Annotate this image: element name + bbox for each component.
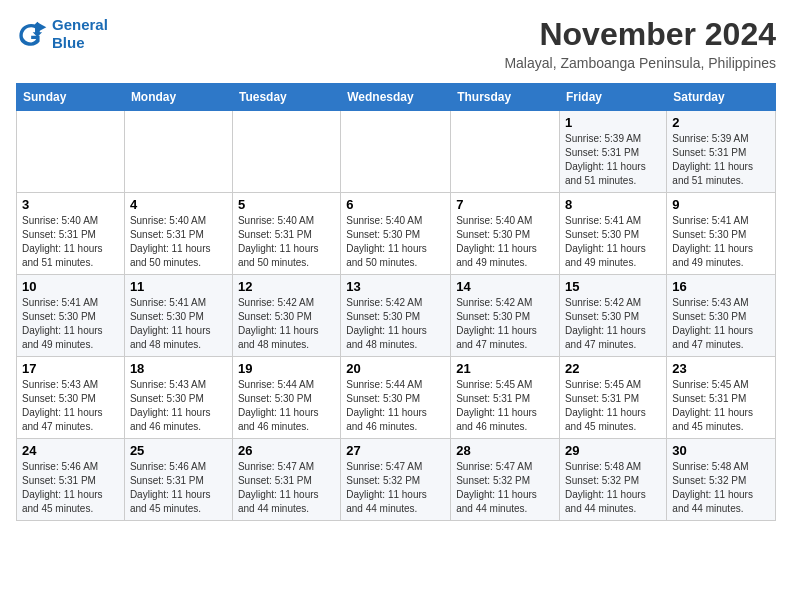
day-number: 29 <box>565 443 661 458</box>
day-number: 27 <box>346 443 445 458</box>
day-info: Sunrise: 5:40 AM Sunset: 5:31 PM Dayligh… <box>130 214 227 270</box>
day-info: Sunrise: 5:47 AM Sunset: 5:32 PM Dayligh… <box>346 460 445 516</box>
day-number: 23 <box>672 361 770 376</box>
day-number: 14 <box>456 279 554 294</box>
header-cell-friday: Friday <box>560 84 667 111</box>
header-cell-wednesday: Wednesday <box>341 84 451 111</box>
day-number: 30 <box>672 443 770 458</box>
day-number: 3 <box>22 197 119 212</box>
day-number: 15 <box>565 279 661 294</box>
header-cell-thursday: Thursday <box>451 84 560 111</box>
day-info: Sunrise: 5:44 AM Sunset: 5:30 PM Dayligh… <box>346 378 445 434</box>
day-number: 13 <box>346 279 445 294</box>
calendar-cell <box>341 111 451 193</box>
calendar-cell: 8Sunrise: 5:41 AM Sunset: 5:30 PM Daylig… <box>560 193 667 275</box>
day-number: 24 <box>22 443 119 458</box>
calendar-week-row: 1Sunrise: 5:39 AM Sunset: 5:31 PM Daylig… <box>17 111 776 193</box>
day-info: Sunrise: 5:42 AM Sunset: 5:30 PM Dayligh… <box>565 296 661 352</box>
calendar-cell: 6Sunrise: 5:40 AM Sunset: 5:30 PM Daylig… <box>341 193 451 275</box>
day-info: Sunrise: 5:42 AM Sunset: 5:30 PM Dayligh… <box>346 296 445 352</box>
calendar-cell: 26Sunrise: 5:47 AM Sunset: 5:31 PM Dayli… <box>232 439 340 521</box>
day-info: Sunrise: 5:40 AM Sunset: 5:30 PM Dayligh… <box>456 214 554 270</box>
day-info: Sunrise: 5:41 AM Sunset: 5:30 PM Dayligh… <box>22 296 119 352</box>
calendar-body: 1Sunrise: 5:39 AM Sunset: 5:31 PM Daylig… <box>17 111 776 521</box>
calendar-cell: 3Sunrise: 5:40 AM Sunset: 5:31 PM Daylig… <box>17 193 125 275</box>
day-info: Sunrise: 5:42 AM Sunset: 5:30 PM Dayligh… <box>456 296 554 352</box>
calendar-week-row: 24Sunrise: 5:46 AM Sunset: 5:31 PM Dayli… <box>17 439 776 521</box>
day-info: Sunrise: 5:46 AM Sunset: 5:31 PM Dayligh… <box>130 460 227 516</box>
calendar-week-row: 17Sunrise: 5:43 AM Sunset: 5:30 PM Dayli… <box>17 357 776 439</box>
day-info: Sunrise: 5:48 AM Sunset: 5:32 PM Dayligh… <box>672 460 770 516</box>
day-number: 17 <box>22 361 119 376</box>
logo: General Blue <box>16 16 108 52</box>
day-info: Sunrise: 5:42 AM Sunset: 5:30 PM Dayligh… <box>238 296 335 352</box>
day-info: Sunrise: 5:45 AM Sunset: 5:31 PM Dayligh… <box>565 378 661 434</box>
day-info: Sunrise: 5:47 AM Sunset: 5:32 PM Dayligh… <box>456 460 554 516</box>
day-number: 25 <box>130 443 227 458</box>
calendar-cell: 9Sunrise: 5:41 AM Sunset: 5:30 PM Daylig… <box>667 193 776 275</box>
calendar-cell: 24Sunrise: 5:46 AM Sunset: 5:31 PM Dayli… <box>17 439 125 521</box>
calendar-cell: 14Sunrise: 5:42 AM Sunset: 5:30 PM Dayli… <box>451 275 560 357</box>
day-number: 18 <box>130 361 227 376</box>
calendar-header-row: SundayMondayTuesdayWednesdayThursdayFrid… <box>17 84 776 111</box>
calendar-cell <box>124 111 232 193</box>
calendar-cell: 2Sunrise: 5:39 AM Sunset: 5:31 PM Daylig… <box>667 111 776 193</box>
day-info: Sunrise: 5:43 AM Sunset: 5:30 PM Dayligh… <box>672 296 770 352</box>
day-number: 6 <box>346 197 445 212</box>
day-number: 26 <box>238 443 335 458</box>
day-info: Sunrise: 5:46 AM Sunset: 5:31 PM Dayligh… <box>22 460 119 516</box>
day-number: 16 <box>672 279 770 294</box>
day-number: 20 <box>346 361 445 376</box>
day-info: Sunrise: 5:39 AM Sunset: 5:31 PM Dayligh… <box>565 132 661 188</box>
day-info: Sunrise: 5:45 AM Sunset: 5:31 PM Dayligh… <box>672 378 770 434</box>
logo-text: General Blue <box>52 16 108 52</box>
calendar-cell: 18Sunrise: 5:43 AM Sunset: 5:30 PM Dayli… <box>124 357 232 439</box>
calendar-cell <box>232 111 340 193</box>
day-info: Sunrise: 5:43 AM Sunset: 5:30 PM Dayligh… <box>130 378 227 434</box>
day-info: Sunrise: 5:40 AM Sunset: 5:31 PM Dayligh… <box>238 214 335 270</box>
day-info: Sunrise: 5:43 AM Sunset: 5:30 PM Dayligh… <box>22 378 119 434</box>
day-number: 28 <box>456 443 554 458</box>
day-number: 12 <box>238 279 335 294</box>
day-number: 22 <box>565 361 661 376</box>
page-subtitle: Malayal, Zamboanga Peninsula, Philippine… <box>504 55 776 71</box>
calendar-cell: 25Sunrise: 5:46 AM Sunset: 5:31 PM Dayli… <box>124 439 232 521</box>
day-number: 5 <box>238 197 335 212</box>
day-info: Sunrise: 5:47 AM Sunset: 5:31 PM Dayligh… <box>238 460 335 516</box>
calendar-cell: 17Sunrise: 5:43 AM Sunset: 5:30 PM Dayli… <box>17 357 125 439</box>
day-info: Sunrise: 5:48 AM Sunset: 5:32 PM Dayligh… <box>565 460 661 516</box>
calendar-cell: 20Sunrise: 5:44 AM Sunset: 5:30 PM Dayli… <box>341 357 451 439</box>
day-info: Sunrise: 5:41 AM Sunset: 5:30 PM Dayligh… <box>565 214 661 270</box>
day-number: 4 <box>130 197 227 212</box>
calendar-week-row: 3Sunrise: 5:40 AM Sunset: 5:31 PM Daylig… <box>17 193 776 275</box>
calendar-cell: 19Sunrise: 5:44 AM Sunset: 5:30 PM Dayli… <box>232 357 340 439</box>
calendar-cell: 28Sunrise: 5:47 AM Sunset: 5:32 PM Dayli… <box>451 439 560 521</box>
calendar-cell <box>451 111 560 193</box>
day-info: Sunrise: 5:40 AM Sunset: 5:30 PM Dayligh… <box>346 214 445 270</box>
header-cell-sunday: Sunday <box>17 84 125 111</box>
day-info: Sunrise: 5:44 AM Sunset: 5:30 PM Dayligh… <box>238 378 335 434</box>
header: General Blue November 2024 Malayal, Zamb… <box>16 16 776 71</box>
calendar-cell: 16Sunrise: 5:43 AM Sunset: 5:30 PM Dayli… <box>667 275 776 357</box>
calendar-table: SundayMondayTuesdayWednesdayThursdayFrid… <box>16 83 776 521</box>
day-number: 8 <box>565 197 661 212</box>
svg-marker-0 <box>37 22 46 32</box>
day-info: Sunrise: 5:41 AM Sunset: 5:30 PM Dayligh… <box>672 214 770 270</box>
calendar-cell: 7Sunrise: 5:40 AM Sunset: 5:30 PM Daylig… <box>451 193 560 275</box>
day-number: 21 <box>456 361 554 376</box>
calendar-cell: 23Sunrise: 5:45 AM Sunset: 5:31 PM Dayli… <box>667 357 776 439</box>
day-info: Sunrise: 5:41 AM Sunset: 5:30 PM Dayligh… <box>130 296 227 352</box>
calendar-cell <box>17 111 125 193</box>
calendar-week-row: 10Sunrise: 5:41 AM Sunset: 5:30 PM Dayli… <box>17 275 776 357</box>
day-number: 7 <box>456 197 554 212</box>
day-info: Sunrise: 5:45 AM Sunset: 5:31 PM Dayligh… <box>456 378 554 434</box>
day-number: 2 <box>672 115 770 130</box>
logo-icon <box>16 20 48 48</box>
day-number: 1 <box>565 115 661 130</box>
calendar-cell: 29Sunrise: 5:48 AM Sunset: 5:32 PM Dayli… <box>560 439 667 521</box>
day-info: Sunrise: 5:40 AM Sunset: 5:31 PM Dayligh… <box>22 214 119 270</box>
page-title: November 2024 <box>504 16 776 53</box>
header-cell-tuesday: Tuesday <box>232 84 340 111</box>
calendar-cell: 10Sunrise: 5:41 AM Sunset: 5:30 PM Dayli… <box>17 275 125 357</box>
calendar-cell: 1Sunrise: 5:39 AM Sunset: 5:31 PM Daylig… <box>560 111 667 193</box>
